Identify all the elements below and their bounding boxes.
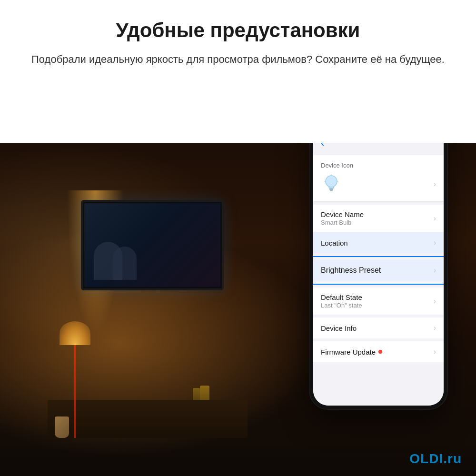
device-name-item[interactable]: Device Name Smart Bulb › <box>313 205 444 232</box>
device-icon-content: › <box>321 174 436 195</box>
device-name-chevron: › <box>434 214 436 223</box>
device-icon-row: Device Icon <box>313 155 444 202</box>
phone-screen: ≈ 98% ‹ <box>313 143 444 406</box>
location-item[interactable]: Location › <box>313 232 444 253</box>
default-state-subtitle: Last "On" state <box>321 302 430 309</box>
svg-rect-2 <box>330 190 333 191</box>
bulb-icon[interactable] <box>321 174 342 195</box>
location-title: Location <box>321 239 430 247</box>
decanter <box>55 416 69 438</box>
device-info-title: Device Info <box>321 324 430 332</box>
device-icon-label: Device Icon <box>321 162 436 169</box>
firmware-update-item[interactable]: Firmware Update › <box>313 341 444 362</box>
brightness-preset-section: Brightness Preset › <box>313 260 444 281</box>
app-screen: ‹ Device Icon <box>313 143 444 406</box>
brightness-preset-content: Brightness Preset <box>321 266 430 275</box>
tv-figure-2 <box>113 247 137 280</box>
brightness-preset-title: Brightness Preset <box>321 266 430 275</box>
firmware-update-dot <box>378 350 382 354</box>
default-state-chevron: › <box>434 297 436 306</box>
back-button[interactable]: ‹ <box>321 143 324 149</box>
watermark-text: OLDI.ru <box>409 451 462 466</box>
device-info-item[interactable]: Device Info › <box>313 317 444 338</box>
firmware-update-chevron: › <box>434 347 436 356</box>
lamp-pole <box>74 343 76 438</box>
device-icon-chevron: › <box>434 180 436 188</box>
device-info-content: Device Info <box>321 324 430 332</box>
default-state-content: Default State Last "On" state <box>321 293 430 309</box>
room-background: ≈ 98% ‹ <box>0 143 476 476</box>
tv-screen <box>84 203 220 287</box>
default-state-section: Default State Last "On" state › <box>313 288 444 315</box>
location-chevron: › <box>434 238 436 247</box>
device-info-section: Device Info › <box>313 317 444 338</box>
lightbulb-svg <box>323 174 340 195</box>
location-content: Location <box>321 239 430 247</box>
app-header: ‹ <box>313 143 444 152</box>
decor-item-1 <box>200 386 209 400</box>
brightness-preset-chevron: › <box>434 266 436 275</box>
default-state-item[interactable]: Default State Last "On" state › <box>313 288 444 315</box>
page-title: Удобные предустановки <box>10 19 466 42</box>
device-name-content: Device Name Smart Bulb <box>321 210 430 226</box>
blue-separator-2 <box>313 284 444 285</box>
firmware-update-label: Firmware Update <box>321 348 376 356</box>
lamp-shade <box>60 321 90 345</box>
device-name-location-section: Device Name Smart Bulb › Location › <box>313 205 444 253</box>
decor-item-2 <box>193 388 200 400</box>
top-section: Удобные предустановки Подобрали идеальну… <box>0 0 476 81</box>
watermark: OLDI.ru <box>409 451 462 466</box>
default-state-title: Default State <box>321 293 430 301</box>
page-subtitle: Подобрали идеальную яркость для просмотр… <box>10 51 466 67</box>
device-info-chevron: › <box>434 324 436 332</box>
firmware-update-content: Firmware Update <box>321 348 430 356</box>
tv-frame <box>81 200 224 290</box>
brightness-preset-item[interactable]: Brightness Preset › <box>313 260 444 281</box>
tv-stand <box>48 400 248 438</box>
firmware-update-section: Firmware Update › <box>313 341 444 362</box>
svg-rect-1 <box>329 188 333 190</box>
device-icon-section: Device Icon <box>313 155 444 202</box>
phone-body: ≈ 98% ‹ <box>309 143 447 409</box>
device-name-subtitle: Smart Bulb <box>321 219 430 226</box>
svg-point-0 <box>326 176 337 187</box>
firmware-update-title: Firmware Update <box>321 348 430 356</box>
phone-device: ≈ 98% ‹ <box>309 143 447 409</box>
device-name-title: Device Name <box>321 210 430 218</box>
blue-separator-1 <box>313 256 444 257</box>
